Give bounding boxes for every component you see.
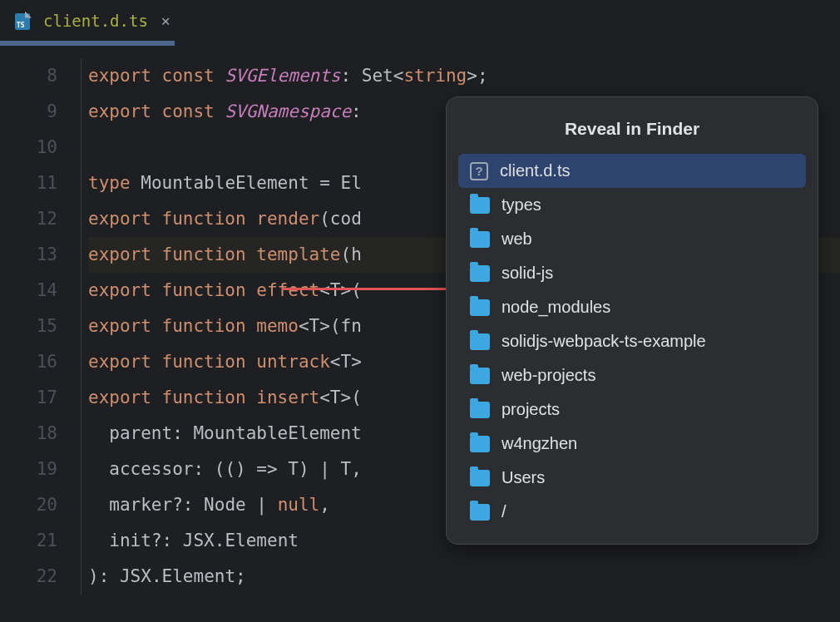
- folder-icon: [470, 436, 490, 452]
- question-icon: ?: [470, 162, 488, 180]
- line-number: 21: [0, 523, 57, 559]
- popup-item[interactable]: Users: [458, 461, 806, 495]
- line-number: 14: [0, 273, 57, 309]
- tab-client-dts[interactable]: TS client.d.ts ✕: [0, 0, 185, 41]
- line-number: 18: [0, 416, 57, 452]
- folder-icon: [470, 265, 490, 282]
- tab-active-indicator: [0, 41, 175, 46]
- folder-icon: [470, 231, 490, 248]
- popup-item[interactable]: web: [458, 222, 806, 256]
- folder-icon: [470, 299, 490, 316]
- line-number-gutter: 8910111213141516171819202122: [0, 58, 82, 595]
- error-underline: [282, 288, 458, 290]
- popup-item-label: w4ngzhen: [502, 434, 577, 453]
- popup-item-label: Users: [502, 468, 545, 487]
- line-number: 20: [0, 487, 57, 523]
- popup-item[interactable]: node_modules: [458, 290, 806, 324]
- popup-item-label: solidjs-webpack-ts-example: [502, 332, 706, 351]
- ts-file-icon: TS: [15, 12, 33, 30]
- popup-item-label: client.d.ts: [500, 161, 570, 180]
- popup-item[interactable]: solid-js: [458, 256, 806, 290]
- popup-item[interactable]: w4ngzhen: [458, 427, 806, 461]
- popup-item[interactable]: /: [458, 495, 806, 529]
- line-number: 16: [0, 344, 57, 380]
- line-number: 11: [0, 165, 57, 201]
- line-number: 10: [0, 130, 57, 165]
- close-icon[interactable]: ✕: [161, 12, 170, 29]
- line-number: 19: [0, 452, 57, 487]
- line-number: 9: [0, 94, 57, 130]
- popup-item[interactable]: web-projects: [458, 358, 806, 392]
- popup-item-label: /: [502, 502, 506, 521]
- folder-icon: [470, 197, 490, 214]
- line-number: 15: [0, 309, 57, 344]
- line-number: 12: [0, 201, 57, 237]
- popup-title: Reveal in Finder: [458, 107, 806, 154]
- line-number: 13: [0, 237, 57, 273]
- popup-item-label: types: [502, 195, 541, 215]
- reveal-in-finder-popup: Reveal in Finder ?client.d.tstypeswebsol…: [446, 96, 818, 545]
- popup-item[interactable]: solidjs-webpack-ts-example: [458, 324, 806, 358]
- code-line[interactable]: ): JSX.Element;: [88, 559, 840, 595]
- folder-icon: [470, 402, 490, 418]
- line-number: 22: [0, 559, 57, 595]
- folder-icon: [470, 470, 490, 486]
- popup-item[interactable]: types: [458, 188, 806, 222]
- line-number: 8: [0, 58, 57, 94]
- line-number: 17: [0, 380, 57, 416]
- popup-item-label: projects: [502, 400, 560, 419]
- popup-item-label: web-projects: [502, 366, 595, 385]
- folder-icon: [470, 504, 490, 521]
- popup-item[interactable]: ?client.d.ts: [458, 154, 806, 188]
- popup-item-label: web: [502, 230, 532, 249]
- code-line[interactable]: export const SVGElements: Set<string>;: [88, 58, 840, 94]
- tab-bar: TS client.d.ts ✕: [0, 0, 840, 42]
- popup-item-label: solid-js: [502, 264, 553, 283]
- folder-icon: [470, 368, 490, 384]
- popup-item-label: node_modules: [502, 298, 610, 317]
- folder-icon: [470, 333, 490, 350]
- popup-item[interactable]: projects: [458, 392, 806, 427]
- tab-filename: client.d.ts: [43, 12, 148, 30]
